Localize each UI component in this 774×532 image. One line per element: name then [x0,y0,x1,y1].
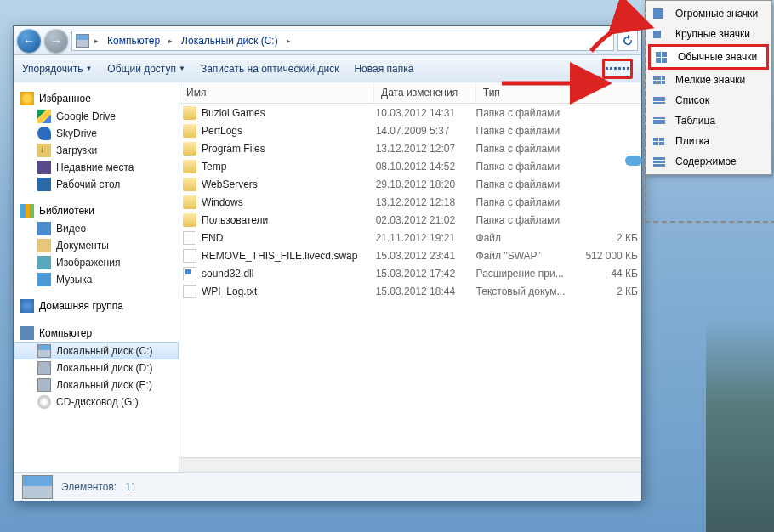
file-name: REMOVE_THIS_FILE.livecd.swap [202,250,357,262]
file-row[interactable]: REMOVE_THIS_FILE.livecd.swap15.03.2012 2… [179,246,641,264]
view-option-large[interactable]: Крупные значки [648,24,769,44]
video-icon [37,222,51,235]
file-date: 15.03.2012 23:41 [376,250,476,262]
file-row[interactable]: Пользователи02.03.2012 21:02Папка с файл… [179,211,641,229]
view-slider-indicator[interactable] [625,156,642,166]
col-size[interactable] [578,82,641,103]
nav-item-pictures[interactable]: Изображения [14,254,179,271]
nav-homegroup[interactable]: Домашняя группа [14,297,179,315]
breadcrumb-seg-drive[interactable]: Локальный диск (C:) [178,33,282,48]
file-type: Папка с файлами [476,214,577,226]
file-size: 2 КБ [576,286,638,297]
nav-item-skydrive[interactable]: SkyDrive [14,125,179,142]
file-date: 14.07.2009 5:37 [376,125,476,137]
view-content-icon [653,156,669,167]
horizontal-scrollbar[interactable] [179,457,641,472]
change-view-button[interactable] [602,59,633,79]
nav-item-googledrive[interactable]: Google Drive [14,108,179,125]
col-type[interactable]: Тип [476,82,578,103]
view-option-label: Содержимое [675,156,737,167]
chevron-right-icon: ▸ [167,37,174,45]
nav-item-drive-e[interactable]: Локальный диск (E:) [14,376,179,393]
desktop-background [706,320,774,532]
view-option-small[interactable]: Мелкие значки [648,70,769,90]
file-row[interactable]: WebServers29.10.2012 18:20Папка с файлам… [179,175,641,193]
file-row[interactable]: Windows13.12.2012 12:18Папка с файлами [179,193,641,211]
refresh-icon [622,35,634,47]
nav-item-drive-c[interactable]: Локальный диск (C:) [14,342,179,359]
txt-icon [183,285,196,298]
view-option-huge[interactable]: Огромные значки [648,3,769,24]
chevron-down-icon: ▼ [85,65,92,72]
nav-item-video[interactable]: Видео [14,220,179,237]
back-button[interactable]: ← [17,29,41,53]
music-icon [37,273,51,286]
burn-button[interactable]: Записать на оптический диск [201,63,339,75]
nav-item-recent[interactable]: Недавние места [14,159,179,176]
file-name: Temp [202,161,226,173]
file-date: 02.03.2012 21:02 [376,214,476,226]
dll-icon [183,267,196,280]
libraries-icon [20,204,34,218]
downloads-icon [37,144,51,157]
file-name: Пользователи [202,214,268,226]
file-date: 08.10.2012 14:52 [376,161,476,173]
file-row[interactable]: PerfLogs14.07.2009 5:37Папка с файлами [179,122,641,139]
folder-icon [183,124,196,138]
file-date: 15.03.2012 18:44 [376,286,476,297]
recent-icon [37,161,51,174]
view-tile-icon [653,135,669,147]
nav-computer[interactable]: Компьютер [14,324,179,342]
view-option-content[interactable]: Содержимое [648,151,769,172]
folder-icon [183,178,196,191]
view-icon [606,67,629,70]
file-size: 512 000 КБ [576,250,638,262]
file-type: Текстовый докум... [476,286,577,297]
file-type: Папка с файлами [476,161,577,173]
status-label: Элементов: [61,481,117,493]
folder-icon [183,160,196,173]
col-name[interactable]: Имя [179,82,374,103]
cd-icon [37,395,51,409]
file-name: Buziol Games [202,107,265,119]
view-list-icon [653,94,669,106]
file-name: WebServers [202,178,258,190]
folder-icon [183,106,196,120]
breadcrumb-seg-computer[interactable]: Компьютер [104,33,163,48]
view-option-med[interactable]: Обычные значки [648,44,769,70]
col-date[interactable]: Дата изменения [374,82,476,103]
chevron-right-icon: ▸ [93,37,100,45]
view-option-tile[interactable]: Плитка [648,131,769,151]
file-row[interactable]: Buziol Games10.03.2012 14:31Папка с файл… [179,104,641,122]
file-row[interactable]: Program Files13.12.2012 12:07Папка с фай… [179,139,641,157]
nav-item-desktop[interactable]: Рабочий стол [14,176,179,193]
nav-favorites[interactable]: Избранное [14,89,179,108]
nav-item-drive-d[interactable]: Локальный диск (D:) [14,359,179,376]
address-box[interactable]: ▸ Компьютер ▸ Локальный диск (C:) ▸ [71,31,614,51]
file-type: Папка с файлами [476,143,577,155]
new-folder-button[interactable]: Новая папка [354,63,413,75]
file-row[interactable]: sound32.dll15.03.2012 17:42Расширение пр… [179,264,641,282]
explorer-body: Избранное Google Drive SkyDrive Загрузки… [14,82,641,472]
file-date: 21.11.2012 19:21 [376,232,476,244]
view-option-table[interactable]: Таблица [648,110,769,131]
file-row[interactable]: END21.11.2012 19:21Файл2 КБ [179,229,641,246]
organize-button[interactable]: Упорядочить▼ [22,63,92,75]
nav-item-downloads[interactable]: Загрузки [14,142,179,159]
nav-item-drive-g[interactable]: CD-дисковод (G:) [14,393,179,410]
file-name: WPI_Log.txt [202,286,257,297]
view-option-list[interactable]: Список [648,90,769,110]
file-row[interactable]: Temp08.10.2012 14:52Папка с файлами [179,157,641,175]
navigation-pane: Избранное Google Drive SkyDrive Загрузки… [14,82,179,472]
forward-button[interactable]: → [44,29,68,53]
nav-libraries[interactable]: Библиотеки [14,201,179,220]
folder-icon [183,142,196,156]
nav-item-music[interactable]: Музыка [14,271,179,288]
share-button[interactable]: Общий доступ▼ [107,63,185,75]
nav-item-documents[interactable]: Документы [14,237,179,254]
file-name: sound32.dll [202,268,253,280]
file-row[interactable]: WPI_Log.txt15.03.2012 18:44Текстовый док… [179,282,641,300]
file-type: Файл "SWAP" [476,250,577,262]
file-name: PerfLogs [202,125,242,137]
refresh-button[interactable] [617,31,638,51]
